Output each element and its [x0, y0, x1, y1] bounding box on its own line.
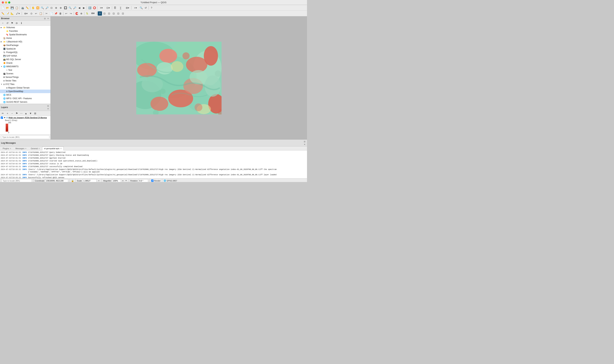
zoom-next-button[interactable]: ▶	[82, 6, 86, 10]
edit-button[interactable]: ✏️	[25, 6, 29, 10]
magnifier-up[interactable]: ▲	[122, 180, 124, 182]
browser-add-button[interactable]: +	[1, 21, 5, 25]
refresh-button[interactable]: ↺	[143, 6, 148, 10]
plugin5-button[interactable]: ⊡	[121, 11, 125, 16]
zoom-out-button[interactable]: 🔎	[45, 6, 49, 10]
minimize-button[interactable]	[5, 1, 7, 3]
browser-item-arcgis[interactable]: 🌐 ArcGIS REST Servers	[0, 100, 50, 104]
rotate-button[interactable]: ↩	[34, 11, 38, 16]
help2-button[interactable]: ?	[98, 11, 102, 16]
sentinel-checkbox[interactable]	[1, 117, 3, 119]
layers-filter-button[interactable]: ⚑	[14, 111, 19, 116]
statusbar-locate-input[interactable]	[1, 179, 32, 182]
plugin3-button[interactable]: ⊡	[112, 11, 116, 16]
scale-input[interactable]	[83, 179, 97, 182]
redo-button[interactable]: ↪	[69, 11, 73, 16]
zoom-layer-button[interactable]: ⊕	[59, 6, 63, 10]
layers-remove-button[interactable]: −	[10, 111, 14, 116]
rotation-input[interactable]	[139, 179, 148, 182]
browser-filter-button[interactable]: ⚑	[10, 21, 14, 25]
magnifier-down[interactable]: ▼	[125, 180, 127, 182]
zoom-native-button[interactable]: 🔲	[63, 6, 68, 10]
epsg-value[interactable]: EPSG:3857	[167, 180, 177, 182]
layers-add-button[interactable]: +	[5, 111, 10, 116]
zoom-last-button[interactable]: ◀	[77, 6, 81, 10]
advanced-edit-btn[interactable]: ⊕▾	[23, 11, 29, 16]
digitize4-button[interactable]: 🖊▾	[14, 11, 21, 16]
snapping2-button[interactable]: ⊕	[79, 11, 84, 16]
open-project-button[interactable]: 📂	[5, 6, 10, 10]
paste-button[interactable]: 📌	[54, 11, 58, 16]
zoom-out-2-button[interactable]: 🔎	[72, 6, 77, 10]
browser-item-mapzen[interactable]: ⊞ Mapzen Global Terrain	[0, 86, 50, 90]
browser-collapse-button[interactable]: ⊖	[14, 21, 19, 25]
log-tab-messages[interactable]: Messages✕	[14, 146, 28, 150]
browser-float-button[interactable]: ⊟	[43, 17, 46, 20]
magnifier-input[interactable]	[112, 179, 121, 182]
browser-item-sap-hana[interactable]: 💾 SAP HANA	[0, 54, 50, 58]
help-button[interactable]: ?	[149, 6, 154, 10]
layers-float-button[interactable]: ⊟	[47, 104, 49, 107]
locate-input[interactable]	[1, 135, 49, 139]
digitize2-button[interactable]: 📝	[5, 11, 10, 16]
map-area[interactable]	[51, 16, 307, 139]
browser-item-postgresql[interactable]: 🐘 PostgreSQL	[0, 51, 50, 54]
plugin1-button[interactable]: ⊡	[102, 11, 107, 16]
ibm-button[interactable]: IBM	[90, 11, 96, 16]
layers-down-button[interactable]: ▼	[28, 111, 33, 116]
open-attribute-button[interactable]: 🗄	[113, 6, 117, 10]
log-close-button[interactable]: ✕	[303, 143, 306, 146]
browser-refresh-button[interactable]: ↺	[5, 21, 10, 25]
layers-edit-button[interactable]: ✏	[1, 111, 5, 116]
scale-dropdown-button[interactable]: ▾	[97, 179, 100, 182]
log-tab-general[interactable]: General✕	[29, 146, 42, 150]
render-checkbox[interactable]	[151, 180, 154, 182]
digitize3-button[interactable]: 📐	[10, 11, 14, 16]
browser-item-spatialite[interactable]: 🗄️ SpatiaLite	[0, 47, 50, 51]
browser-item-wfs[interactable]: 🌐 WFS / OGC API - Features	[0, 97, 50, 100]
stats-button[interactable]: ∑	[117, 6, 124, 10]
vertex-edit-button[interactable]: ⊙	[29, 11, 34, 16]
browser-item-volumes[interactable]: ▶ 📁 /Volumes	[0, 26, 50, 29]
pan-button[interactable]: ✋	[31, 6, 35, 10]
plugin2-button[interactable]: ⊡	[107, 11, 111, 16]
browser-item-wcs[interactable]: 🌐 WCS	[0, 93, 50, 97]
layer-dropdown-button[interactable]: ≡▾	[98, 6, 104, 10]
browser-item-test[interactable]: ✕ Test	[0, 68, 50, 72]
browser-item-ms-sql-server[interactable]: 🗃️ MS SQL Server	[0, 58, 50, 61]
digitize-button[interactable]: ✏️	[1, 11, 5, 16]
browser-item-sensorthings[interactable]: ⚙ SensorThings	[0, 75, 50, 79]
browser-item-xyz-tiles[interactable]: ▼ ⊞ XYZ Tiles	[0, 82, 50, 86]
magnifier-button[interactable]: 🔍	[139, 6, 143, 10]
calc-button[interactable]: ⊞▾	[124, 6, 131, 10]
log-tab-close-messages[interactable]: ✕	[25, 148, 27, 150]
browser-item-geopackage[interactable]: 📦 GeoPackage	[0, 43, 50, 47]
log-tab-close-ei-geospatial-apis[interactable]: ✕	[60, 148, 62, 150]
layers-more-button[interactable]: ⋯	[19, 111, 23, 116]
browser-item-openstreetmap[interactable]: ⊞ OpenStreetMap	[0, 90, 50, 93]
browser-item-favorites[interactable]: ⭐ Favorites	[0, 29, 50, 33]
deselect-button[interactable]: ⭕	[92, 6, 97, 10]
addlayer-dropdown[interactable]: +▾	[132, 6, 139, 10]
save-project-button[interactable]: 💾	[10, 6, 14, 10]
new-project-button[interactable]: 📄	[1, 6, 5, 10]
zoom-in-2-button[interactable]: 🔍	[68, 6, 72, 10]
browser-item-oracle[interactable]: 🔶 Oracle	[0, 61, 50, 65]
layers-up-button[interactable]: ▲	[24, 111, 28, 116]
log-float-button[interactable]: ⊟	[303, 140, 306, 143]
browser-item-wms-wmts[interactable]: ▼ 🌐 WMS/WMTS	[0, 65, 50, 68]
layer-sentinel[interactable]: ▼ ⊞ High res imagery (ESA Sentinel 2)-No…	[0, 116, 50, 134]
log-tab-plugins[interactable]: Plugins✕	[1, 146, 13, 150]
snapping-button[interactable]: 🧲	[75, 11, 79, 16]
selection-dropdown-button[interactable]: ⊡▾	[105, 6, 111, 10]
zoom-full-button[interactable]: ⊡	[49, 6, 54, 10]
pan-to-button[interactable]: 🔀	[36, 6, 40, 10]
form-edit-button[interactable]: 📋	[39, 11, 43, 16]
python-button[interactable]: 🐍	[85, 11, 89, 16]
browser-properties-button[interactable]: ℹ	[19, 21, 23, 25]
identify-button[interactable]: ℹ️	[88, 6, 92, 10]
plugin4-button[interactable]: ⊡	[116, 11, 120, 16]
cut-button[interactable]: ✂	[44, 11, 49, 16]
copy-button[interactable]: 📄	[49, 11, 53, 16]
browser-item-vector-tiles[interactable]: ⊞ Vector Tiles	[0, 79, 50, 82]
